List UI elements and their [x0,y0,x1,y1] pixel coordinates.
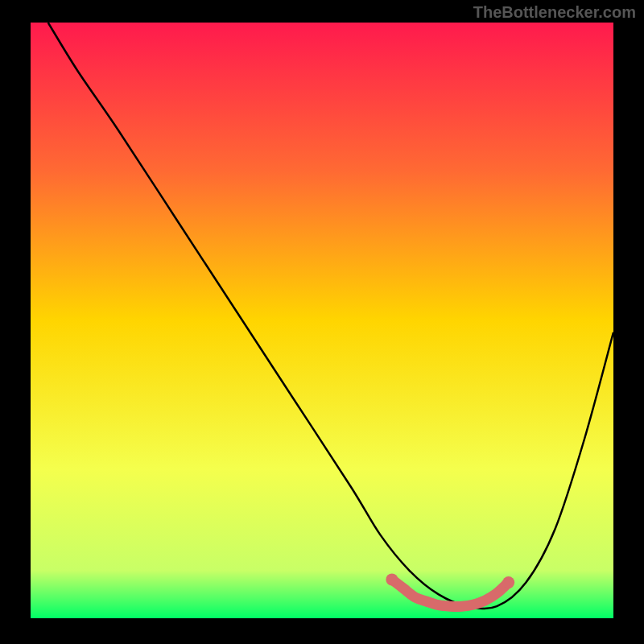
optimal-range-endpoint [502,576,514,588]
gradient-background [31,23,613,618]
watermark-text: TheBottlenecker.com [473,3,636,22]
plot-area [31,23,613,618]
chart-svg [31,23,613,618]
chart-container: TheBottlenecker.com [0,0,644,644]
optimal-range-endpoint [386,573,398,585]
